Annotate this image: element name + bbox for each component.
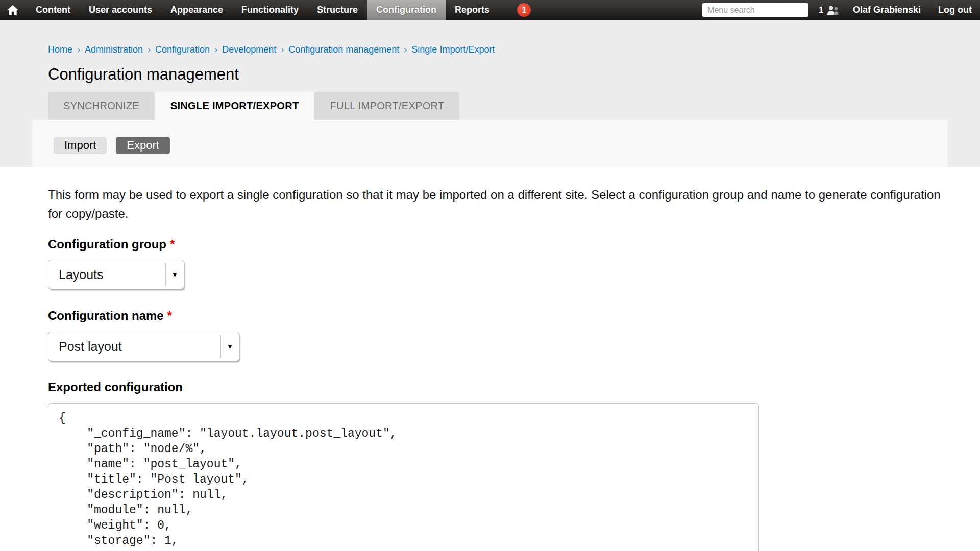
home-icon[interactable] <box>0 0 27 20</box>
primary-tabs: SYNCHRONIZE SINGLE IMPORT/EXPORT FULL IM… <box>48 92 980 120</box>
nav-item-appearance[interactable]: Appearance <box>161 0 232 20</box>
configuration-name-label-text: Configuration name <box>48 309 164 322</box>
home-icon-glyph <box>7 5 18 15</box>
tab-synchronize[interactable]: SYNCHRONIZE <box>48 92 155 120</box>
toolbar-menu: Content User accounts Appearance Functio… <box>0 0 702 20</box>
configuration-group-label-text: Configuration group <box>48 237 166 251</box>
nav-item-functionality[interactable]: Functionality <box>232 0 308 20</box>
breadcrumb-home[interactable]: Home <box>48 44 72 55</box>
logout-link[interactable]: Log out <box>938 5 972 15</box>
configuration-name-select[interactable]: Post layout ▼ <box>48 332 239 361</box>
exported-configuration-label-text: Exported configuration <box>48 380 183 394</box>
import-subtab-button[interactable]: Import <box>54 137 107 154</box>
export-subtab-button[interactable]: Export <box>116 137 170 154</box>
breadcrumb-separator: › <box>281 44 284 55</box>
dropdown-arrow-icon[interactable]: ▼ <box>220 335 239 358</box>
breadcrumb-separator: › <box>77 44 80 55</box>
nav-item-structure[interactable]: Structure <box>308 0 367 20</box>
breadcrumb-administration[interactable]: Administration <box>85 44 143 55</box>
notification-badge[interactable]: 1 <box>517 3 531 17</box>
page-title: Configuration management <box>48 64 980 85</box>
page-header-band: Home›Administration›Configuration›Develo… <box>0 20 980 167</box>
secondary-tabs: Import Export <box>32 120 948 154</box>
required-marker: * <box>164 309 172 322</box>
toolbar-right: 1 Olaf Grabienski Log out <box>702 0 980 20</box>
exported-configuration-textarea[interactable]: { "_config_name": "layout.layout.post_la… <box>48 403 759 551</box>
breadcrumb-development[interactable]: Development <box>222 44 276 55</box>
breadcrumb-separator: › <box>214 44 217 55</box>
breadcrumb-single-import-export[interactable]: Single Import/Export <box>411 44 495 55</box>
nav-item-reports[interactable]: Reports <box>446 0 499 20</box>
exported-configuration-label: Exported configuration <box>48 380 980 394</box>
users-icon-glyph <box>826 6 840 15</box>
configuration-group-value: Layouts <box>59 267 104 282</box>
online-user-count: 1 <box>819 6 823 15</box>
dropdown-arrow-icon[interactable]: ▼ <box>165 263 184 286</box>
form-description: This form may be used to export a single… <box>48 185 951 223</box>
breadcrumb-separator: › <box>148 44 151 55</box>
breadcrumb-configuration-management[interactable]: Configuration management <box>288 44 399 55</box>
menu-search-input[interactable] <box>702 3 808 17</box>
breadcrumb-separator: › <box>404 44 407 55</box>
nav-item-content[interactable]: Content <box>27 0 80 20</box>
users-icon[interactable] <box>826 6 840 15</box>
breadcrumb-configuration[interactable]: Configuration <box>155 44 210 55</box>
configuration-name-label: Configuration name* <box>48 309 980 323</box>
required-marker: * <box>166 237 175 251</box>
configuration-name-value: Post layout <box>59 339 122 354</box>
admin-toolbar: Content User accounts Appearance Functio… <box>0 0 980 20</box>
tab-panel-strip: Import Export <box>32 120 948 167</box>
tab-single-import-export[interactable]: SINGLE IMPORT/EXPORT <box>155 92 314 120</box>
single-export-form: This form may be used to export a single… <box>0 167 980 551</box>
online-users: 1 <box>819 6 840 15</box>
configuration-group-label: Configuration group* <box>48 237 980 252</box>
configuration-group-select[interactable]: Layouts ▼ <box>48 260 184 289</box>
breadcrumb: Home›Administration›Configuration›Develo… <box>0 20 980 55</box>
current-user-link[interactable]: Olaf Grabienski <box>853 5 921 15</box>
tab-full-import-export[interactable]: FULL IMPORT/EXPORT <box>314 92 459 120</box>
nav-item-configuration[interactable]: Configuration <box>367 0 446 20</box>
nav-item-user-accounts[interactable]: User accounts <box>80 0 161 20</box>
